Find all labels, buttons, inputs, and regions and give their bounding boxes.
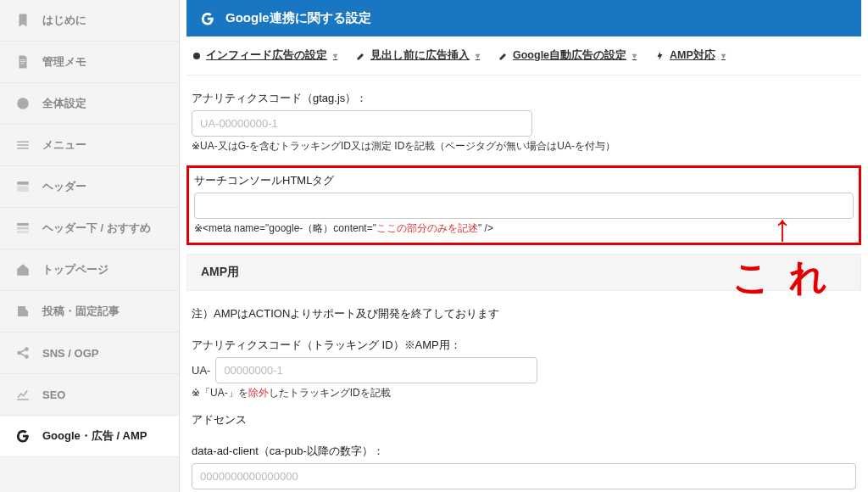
chart-line-icon xyxy=(15,387,31,402)
note-suffix: したトラッキングIDを記載 xyxy=(269,387,391,399)
sidebar-item-memo[interactable]: 管理メモ xyxy=(0,42,179,83)
tab-label: 見出し前に広告挿入 xyxy=(370,48,470,63)
sidebar-item-posts[interactable]: 投稿・固定記事 xyxy=(0,291,179,333)
search-console-input[interactable] xyxy=(194,193,854,219)
amp-id-note: ※「UA-」を除外したトラッキングIDを記載 xyxy=(192,386,856,400)
svg-rect-3 xyxy=(17,223,29,226)
sidebar-item-label: トップページ xyxy=(42,262,108,277)
app-root: はじめに 管理メモ 全体設定 メニュー ヘッダー xyxy=(0,0,868,492)
tab-row: インフィード広告の設定 ▾ 見出し前に広告挿入 ▾ Google自動広告の設定 … xyxy=(186,48,861,75)
analytics-note: ※UA-又はG-を含むトラッキングID又は測定 IDを記載（ページタグが無い場合… xyxy=(192,139,856,154)
sidebar-item-global[interactable]: 全体設定 xyxy=(0,83,179,125)
tab-heading-ads[interactable]: 見出し前に広告挿入 ▾ xyxy=(356,48,480,63)
tab-amp[interactable]: AMP対応 ▾ xyxy=(655,48,726,63)
adsense-block: アドセンス xyxy=(186,412,861,435)
pencil-icon xyxy=(356,51,366,61)
sidebar-item-google-amp[interactable]: Google・広告 / AMP xyxy=(0,416,179,457)
tab-label: Google自動広告の設定 xyxy=(513,48,626,63)
tab-infeed[interactable]: インフィード広告の設定 ▾ xyxy=(192,48,337,63)
chevron-down-icon: ▾ xyxy=(632,51,637,60)
svg-point-0 xyxy=(17,98,29,109)
bolt-icon xyxy=(655,51,665,61)
ad-client-input[interactable] xyxy=(192,463,856,489)
sidebar-item-sns[interactable]: SNS / OGP xyxy=(0,333,179,374)
search-console-note: ※<meta name="google-（略）content="ここの部分のみを… xyxy=(194,221,854,236)
home-icon xyxy=(15,262,31,277)
google-icon xyxy=(15,428,31,444)
amp-note-block: 注）AMPはACTIONよりサポート及び開発を終了しております xyxy=(186,306,861,329)
svg-rect-1 xyxy=(17,182,29,185)
ua-prefix: UA- xyxy=(192,364,210,377)
page-title: Google連携に関する設定 xyxy=(225,10,371,26)
sidebar-item-header-below[interactable]: ヘッダー下 / おすすめ xyxy=(0,208,179,249)
analytics-input[interactable] xyxy=(192,110,532,137)
palette-icon xyxy=(15,96,31,111)
svg-rect-2 xyxy=(17,186,29,192)
edit-doc-icon xyxy=(15,304,31,319)
layout-header-icon xyxy=(15,179,31,194)
sidebar-item-toppage[interactable]: トップページ xyxy=(0,249,179,291)
sidebar-item-label: はじめに xyxy=(42,13,86,28)
sidebar: はじめに 管理メモ 全体設定 メニュー ヘッダー xyxy=(0,0,180,492)
tab-label: AMP対応 xyxy=(670,48,715,63)
ad-client-block: data-ad-client（ca-pub-以降の数字）： xyxy=(186,444,861,492)
sidebar-item-label: メニュー xyxy=(42,137,86,153)
chevron-down-icon: ▾ xyxy=(476,51,480,60)
amp-discontinue-note: 注）AMPはACTIONよりサポート及び開発を終了しております xyxy=(192,306,856,321)
sidebar-item-menu[interactable]: メニュー xyxy=(0,125,179,166)
amp-analytics-label: アナリティクスコード（トラッキング ID）※AMP用： xyxy=(192,338,856,353)
share-icon xyxy=(15,345,31,361)
layout-rows-icon xyxy=(15,221,31,236)
sidebar-item-label: Google・広告 / AMP xyxy=(42,428,147,444)
main-panel: Google連携に関する設定 インフィード広告の設定 ▾ 見出し前に広告挿入 ▾… xyxy=(180,0,868,492)
note-prefix: ※<meta name="google-（略）content=" xyxy=(194,222,376,234)
svg-rect-4 xyxy=(17,227,29,230)
chevron-down-icon: ▾ xyxy=(721,51,726,60)
sidebar-item-label: ヘッダー xyxy=(42,179,86,194)
note-red: ここの部分のみを記述 xyxy=(376,222,478,234)
sidebar-item-label: 全体設定 xyxy=(42,96,86,111)
svg-rect-5 xyxy=(17,231,29,233)
sidebar-item-label: 投稿・固定記事 xyxy=(42,304,120,319)
pencil-icon xyxy=(498,51,509,61)
search-console-label: サーチコンソールHTMLタグ xyxy=(194,173,854,188)
note-red: 除外 xyxy=(248,387,269,399)
sidebar-item-label: ヘッダー下 / おすすめ xyxy=(42,221,151,236)
amp-section-title: AMP用 xyxy=(186,254,861,291)
ad-client-label: data-ad-client（ca-pub-以降の数字）： xyxy=(192,444,856,459)
analytics-label: アナリティクスコード（gtag.js）： xyxy=(192,91,856,106)
note-suffix: " /> xyxy=(478,222,493,234)
circle-icon xyxy=(192,51,202,61)
tab-label: インフィード広告の設定 xyxy=(206,48,327,63)
document-icon xyxy=(15,54,31,70)
amp-analytics-block: アナリティクスコード（トラッキング ID）※AMP用： UA- ※「UA-」を除… xyxy=(186,338,861,404)
analytics-field-block: アナリティクスコード（gtag.js）： ※UA-又はG-を含むトラッキングID… xyxy=(186,91,861,157)
google-g-icon xyxy=(200,11,215,26)
sidebar-item-intro[interactable]: はじめに xyxy=(0,0,179,42)
sidebar-item-label: SNS / OGP xyxy=(42,347,98,360)
sidebar-item-seo[interactable]: SEO xyxy=(0,374,179,416)
search-console-highlight: サーチコンソールHTMLタグ ※<meta name="google-（略）co… xyxy=(186,165,861,245)
tab-auto-ads[interactable]: Google自動広告の設定 ▾ xyxy=(498,48,637,63)
menu-icon xyxy=(15,137,31,153)
chevron-down-icon: ▾ xyxy=(333,51,337,60)
sidebar-item-label: 管理メモ xyxy=(42,54,86,70)
page-title-bar: Google連携に関する設定 xyxy=(186,0,861,36)
svg-point-9 xyxy=(193,53,200,59)
note-prefix: ※「UA-」を xyxy=(192,387,248,399)
sidebar-item-header[interactable]: ヘッダー xyxy=(0,166,179,208)
bookmark-icon xyxy=(15,13,31,28)
adsense-label: アドセンス xyxy=(192,412,856,428)
amp-analytics-input[interactable] xyxy=(215,357,537,383)
sidebar-item-label: SEO xyxy=(42,389,65,401)
